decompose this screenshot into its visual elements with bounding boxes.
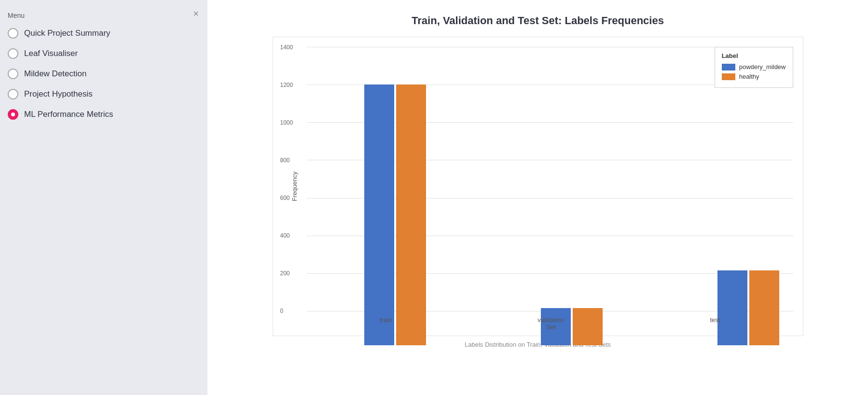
- y-tick-label: 1200: [280, 82, 293, 88]
- y-tick-label: 1000: [280, 119, 293, 126]
- sidebar-item-1[interactable]: Leaf Visualiser: [8, 48, 200, 59]
- nav-radio: [8, 89, 18, 99]
- nav-item-label: Quick Project Summary: [24, 28, 110, 38]
- close-button[interactable]: ×: [193, 9, 199, 18]
- legend-item-label: healthy: [739, 73, 759, 80]
- y-tick-label: 1400: [280, 44, 293, 51]
- y-tick-label: 600: [280, 195, 290, 201]
- nav-item-label: Leaf Visualiser: [24, 49, 78, 58]
- nav-item-label: Mildew Detection: [24, 69, 86, 79]
- x-labels: trainvalidationSettest: [307, 313, 793, 336]
- y-tick-label: 0: [280, 308, 284, 314]
- nav-menu: Quick Project SummaryLeaf VisualiserMild…: [8, 28, 200, 120]
- y-tick-label: 400: [280, 232, 290, 239]
- legend-color-swatch: [722, 73, 735, 80]
- legend-title: Label: [722, 52, 786, 59]
- sidebar: × Menu Quick Project SummaryLeaf Visuali…: [0, 0, 207, 395]
- nav-radio: [8, 109, 18, 120]
- bar-orange-0: [396, 85, 426, 345]
- nav-radio: [8, 48, 18, 59]
- sidebar-item-2[interactable]: Mildew Detection: [8, 69, 200, 79]
- nav-radio: [8, 69, 18, 79]
- x-label-1: validationSet: [537, 316, 564, 331]
- nav-radio: [8, 28, 18, 39]
- legend-item-label: powdery_mildew: [739, 63, 786, 71]
- y-tick-label: 200: [280, 270, 290, 277]
- chart-legend: Label powdery_mildewhealthy: [715, 47, 793, 88]
- legend-item: healthy: [722, 73, 786, 80]
- x-label-2: test: [710, 316, 720, 324]
- main-content: Train, Validation and Test Set: Labels F…: [207, 0, 868, 395]
- y-tick-label: 800: [280, 157, 290, 164]
- x-label-0: train: [380, 316, 392, 324]
- bar-blue-0: [364, 85, 394, 345]
- nav-item-label: ML Performance Metrics: [24, 110, 113, 119]
- sidebar-item-0[interactable]: Quick Project Summary: [8, 28, 200, 39]
- sidebar-item-3[interactable]: Project Hypothesis: [8, 89, 200, 99]
- nav-item-label: Project Hypothesis: [24, 89, 93, 99]
- legend-color-swatch: [722, 64, 735, 71]
- chart-title: Train, Validation and Test Set: Labels F…: [412, 14, 664, 27]
- chart-area: Frequency 1400120010008006004002000 trai…: [273, 37, 803, 336]
- bar-group-inner: [364, 85, 426, 345]
- bars-area: [307, 47, 837, 345]
- sidebar-item-4[interactable]: ML Performance Metrics: [8, 109, 200, 120]
- legend-item: powdery_mildew: [722, 63, 786, 71]
- y-axis-label: Frequency: [291, 171, 298, 201]
- chart-container: Frequency 1400120010008006004002000 trai…: [273, 37, 803, 348]
- menu-label: Menu: [8, 12, 200, 19]
- bar-group-0: [364, 85, 426, 345]
